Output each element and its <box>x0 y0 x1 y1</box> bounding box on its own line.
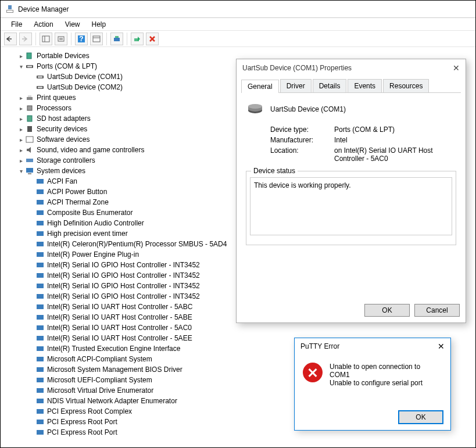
sysdev-icon <box>35 396 45 406</box>
security-icon <box>25 124 34 134</box>
sysdev-icon <box>35 260 45 270</box>
help-button[interactable]: ? <box>75 33 88 45</box>
tree-item[interactable]: ▸Composite Bus Enumerator <box>6 207 239 218</box>
computer-icon <box>25 166 34 175</box>
tree-item[interactable]: ▸Intel(R) Trusted Execution Engine Inter… <box>6 343 239 354</box>
properties-tabs: General Driver Details Events Resources <box>241 79 461 93</box>
menu-file[interactable]: File <box>5 19 28 30</box>
cancel-button[interactable]: Cancel <box>414 304 460 317</box>
menu-view[interactable]: View <box>59 19 86 30</box>
svg-rect-40 <box>37 273 44 278</box>
svg-rect-44 <box>37 315 44 320</box>
tree-item[interactable]: ▸Intel(R) Serial IO UART Host Controller… <box>6 302 239 312</box>
detail-button[interactable] <box>90 33 103 45</box>
sysdev-icon <box>35 344 45 353</box>
back-button[interactable] <box>4 33 17 45</box>
tab-driver[interactable]: Driver <box>280 79 312 92</box>
putty-title: PuTTY Error <box>300 342 339 350</box>
svg-rect-37 <box>37 242 44 246</box>
sysdev-icon <box>35 365 45 374</box>
sd-icon <box>25 114 34 123</box>
tree-item[interactable]: ▸ACPI Thermal Zone <box>6 197 239 207</box>
tree-item[interactable]: ▸Microsoft ACPI-Compliant System <box>6 354 239 364</box>
tree-item[interactable]: ▸Intel(R) Serial IO GPIO Host Controller… <box>6 260 239 270</box>
tree-item-processors[interactable]: ▸Processors <box>6 103 239 113</box>
tree-item-software[interactable]: ▸Software devices <box>6 134 239 145</box>
close-icon[interactable]: ✕ <box>453 63 460 73</box>
tree-item[interactable]: ▸Intel(R) Serial IO GPIO Host Controller… <box>6 281 239 291</box>
tree-item[interactable]: ▸ACPI Power Button <box>6 187 239 197</box>
svg-rect-29 <box>26 168 33 173</box>
tree-item[interactable]: ▸High Definition Audio Controller <box>6 218 239 228</box>
tree-item[interactable]: ▸Intel(R) Celeron(R)/Pentium(R) Processo… <box>6 239 239 249</box>
ok-button[interactable]: OK <box>364 304 410 317</box>
tree-item[interactable]: ▸PCI Express Root Port <box>6 417 239 427</box>
tree-item[interactable]: ▸Intel(R) Serial IO UART Host Controller… <box>6 322 239 333</box>
svg-rect-0 <box>8 5 12 9</box>
svg-rect-41 <box>37 284 44 288</box>
device-status-legend: Device status <box>251 167 298 175</box>
scan-button[interactable] <box>110 33 123 45</box>
tree-item[interactable]: ▸Microsoft System Management BIOS Driver <box>6 364 239 375</box>
tree-item[interactable]: ▸PCI Express Root Port <box>6 427 239 438</box>
tree-item-uart-com2[interactable]: ▸UartSub Device (COM2) <box>6 82 239 92</box>
sound-icon <box>25 145 34 155</box>
tree-item-sound[interactable]: ▸Sound, video and game controllers <box>6 145 239 155</box>
svg-rect-19 <box>38 76 42 78</box>
tree-item-security[interactable]: ▸Security devices <box>6 124 239 134</box>
toolbar: ? <box>1 31 475 47</box>
tree-item[interactable]: ▸Intel(R) Serial IO UART Host Controller… <box>6 333 239 343</box>
putty-ok-button[interactable]: OK <box>398 410 443 424</box>
tree-item[interactable]: ▸NDIS Virtual Network Adapter Enumerator <box>6 396 239 406</box>
forward-button[interactable] <box>19 33 32 45</box>
tree-item[interactable]: ▸Intel(R) Serial IO GPIO Host Controller… <box>6 270 239 281</box>
svg-rect-36 <box>37 231 44 236</box>
tree-item-sd-host[interactable]: ▸SD host adapters <box>6 113 239 124</box>
uninstall-button[interactable] <box>146 33 159 45</box>
svg-text:?: ? <box>79 35 83 43</box>
tree-item-storage[interactable]: ▸Storage controllers <box>6 155 239 166</box>
sysdev-icon <box>35 187 45 196</box>
tree-item-uart-com1[interactable]: ▸UartSub Device (COM1) <box>6 71 239 82</box>
show-hide-button[interactable] <box>40 33 52 45</box>
properties-button[interactable] <box>55 33 67 45</box>
sysdev-icon <box>35 323 45 332</box>
value-location: on Intel(R) Serial IO UART Host Controll… <box>334 146 456 163</box>
enable-button[interactable] <box>131 33 144 45</box>
svg-rect-31 <box>37 179 44 184</box>
close-icon[interactable]: ✕ <box>438 342 445 351</box>
tab-resources[interactable]: Resources <box>383 79 429 92</box>
tab-events[interactable]: Events <box>348 79 382 92</box>
svg-rect-28 <box>26 159 33 162</box>
tree-item[interactable]: ▸PCI Express Root Complex <box>6 406 239 417</box>
sysdev-icon <box>35 177 45 186</box>
menu-action[interactable]: Action <box>28 19 59 30</box>
tree-item-system-devices[interactable]: ▾System devices <box>6 166 239 176</box>
svg-rect-47 <box>37 346 44 351</box>
tree-item[interactable]: ▸Intel(R) Power Engine Plug-in <box>6 249 239 260</box>
tree-item[interactable]: ▸High precision event timer <box>6 228 239 239</box>
svg-rect-21 <box>38 87 42 88</box>
device-large-icon <box>246 102 264 116</box>
tree-item-portable[interactable]: ▸Portable Devices <box>6 51 239 61</box>
svg-rect-26 <box>27 126 32 132</box>
tree-item[interactable]: ▸ACPI Fan <box>6 176 239 187</box>
tree-item[interactable]: ▸Microsoft UEFI-Compliant System <box>6 375 239 385</box>
tree-item[interactable]: ▸Intel(R) Serial IO GPIO Host Controller… <box>6 291 239 302</box>
svg-rect-13 <box>115 36 119 38</box>
properties-dialog: UartSub Device (COM1) Properties ✕ Gener… <box>236 59 466 323</box>
tab-general[interactable]: General <box>241 80 279 93</box>
putty-message-line1: Unable to open connection to COM1 <box>330 363 442 379</box>
putty-message-line2: Unable to configure serial port <box>330 379 442 387</box>
tab-details[interactable]: Details <box>313 79 347 92</box>
sysdev-icon <box>35 302 45 311</box>
svg-rect-25 <box>27 116 32 121</box>
tree-item[interactable]: ▸Microsoft Virtual Drive Enumerator <box>6 385 239 396</box>
device-tree[interactable]: ▸Portable Devices ▾Ports (COM & LPT) ▸Ua… <box>6 48 239 443</box>
tree-item-ports[interactable]: ▾Ports (COM & LPT) <box>6 61 239 71</box>
menu-help[interactable]: Help <box>86 19 112 30</box>
sysdev-icon <box>35 218 45 228</box>
tree-item[interactable]: ▸Intel(R) Serial IO UART Host Controller… <box>6 312 239 322</box>
sysdev-icon <box>35 239 45 249</box>
tree-item-print-queues[interactable]: ▸Print queues <box>6 92 239 103</box>
